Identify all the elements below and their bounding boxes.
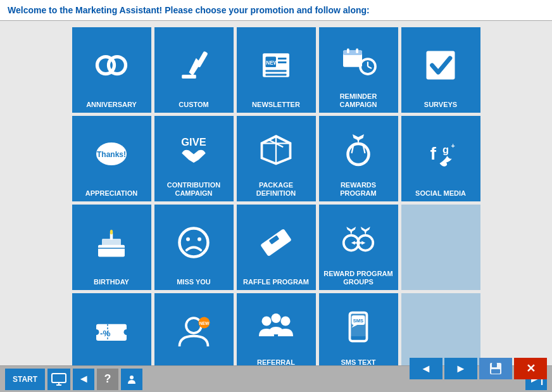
svg-text:NEW: NEW xyxy=(199,320,210,325)
appreciation-icon-area: Thanks! xyxy=(75,121,148,187)
miss-you-icon-area xyxy=(158,210,230,275)
save-icon xyxy=(489,362,503,376)
reward-groups-label: REWARD PROGRAM GROUPS xyxy=(322,270,395,286)
tile-surveys[interactable]: SURVEYS xyxy=(401,27,480,113)
svg-point-40 xyxy=(186,237,190,241)
contribution-label: CONTRIBUTION CAMPAIGN xyxy=(158,181,230,198)
ticket-icon xyxy=(257,224,295,262)
svg-rect-9 xyxy=(278,61,287,63)
news-icon: NEWS xyxy=(257,46,295,84)
tile-anniversary[interactable]: ANNIVERSARY xyxy=(72,27,151,113)
top-nav-bar: ◄ ► ✕ xyxy=(410,358,547,379)
tile-raffle-program[interactable]: RAFFLE PROGRAM xyxy=(237,205,316,290)
header-text: Welcome to the Marketing Assistant! Plea… xyxy=(8,5,370,15)
svg-rect-35 xyxy=(102,239,121,246)
svg-text:+: + xyxy=(451,142,455,149)
svg-text:SMS: SMS xyxy=(353,318,363,324)
tile-reminder-campaign[interactable]: REMINDER CAMPAIGN xyxy=(319,27,398,113)
miss-you-label: MISS YOU xyxy=(177,278,211,286)
back-button[interactable]: ◄ xyxy=(410,358,442,379)
give-icon: GIVE xyxy=(175,130,213,168)
bottom-forward-button[interactable] xyxy=(121,369,142,390)
appreciation-label: APPRECIATION xyxy=(85,189,137,198)
calendar-clock-icon xyxy=(339,42,377,80)
help-button[interactable]: ? xyxy=(97,369,118,390)
reminder-label: REMINDER CAMPAIGN xyxy=(322,92,395,109)
svg-point-60 xyxy=(281,317,291,326)
package-icon-area xyxy=(240,121,313,179)
tile-referral-program[interactable]: REFERRAL PROGRAM xyxy=(237,293,316,365)
main-container: Welcome to the Marketing Assistant! Plea… xyxy=(0,0,552,392)
svg-rect-8 xyxy=(278,58,287,60)
tile-grid: ANNIVERSARY CUSTOM xyxy=(9,27,543,365)
coupon-icon: -% xyxy=(92,312,130,350)
tile-newsletter[interactable]: NEWS NEWSLETTER xyxy=(237,27,316,113)
svg-point-37 xyxy=(110,230,113,235)
svg-rect-4 xyxy=(182,75,196,79)
tile-sms-text-interactive[interactable]: SMS SMS TEXT INTERACTIVE xyxy=(319,293,398,365)
social-icon: f g + xyxy=(422,135,460,173)
svg-point-61 xyxy=(272,313,281,323)
referral-label: REFERRAL PROGRAM xyxy=(240,358,313,365)
svg-rect-14 xyxy=(347,49,349,54)
birthday-icon-area xyxy=(75,210,148,275)
tile-new-member[interactable]: NEW NEW MEMBER xyxy=(154,293,234,365)
svg-text:-%: -% xyxy=(100,328,111,338)
tile-coupon[interactable]: -% COUPON xyxy=(72,293,151,365)
people-icon xyxy=(257,308,295,346)
tile-social-media[interactable]: f g + SOCIAL MEDIA xyxy=(401,116,480,201)
bottom-left-controls: START ◄ ? xyxy=(5,369,142,390)
reminder-icon-area xyxy=(322,32,395,90)
coupon-icon-area: -% xyxy=(75,298,148,364)
tile-custom[interactable]: CUSTOM xyxy=(154,27,234,113)
newsletter-icon-area: NEWS xyxy=(240,32,313,98)
tile-birthday[interactable]: BIRTHDAY xyxy=(72,205,151,290)
tile-empty-1 xyxy=(401,205,480,290)
svg-rect-42 xyxy=(260,229,292,256)
person-icon xyxy=(127,374,137,384)
tile-contribution-campaign[interactable]: GIVE CONTRIBUTION CAMPAIGN xyxy=(154,116,234,201)
svg-text:Thanks!: Thanks! xyxy=(97,149,126,158)
tile-package-definition[interactable]: PACKAGE DEFINITION xyxy=(237,116,316,201)
box-icon xyxy=(257,130,295,168)
forward-button[interactable]: ► xyxy=(444,358,477,379)
close-button[interactable]: ✕ xyxy=(514,358,547,379)
surveys-label: SURVEYS xyxy=(424,101,457,109)
referral-icon-area xyxy=(240,298,313,356)
custom-icon-area xyxy=(158,32,230,98)
svg-text:f: f xyxy=(430,143,437,163)
monitor-icon xyxy=(47,369,70,390)
tile-reward-program-groups[interactable]: REWARD PROGRAM GROUPS xyxy=(319,205,398,290)
tile-miss-you[interactable]: MISS YOU xyxy=(154,205,234,290)
svg-text:GIVE: GIVE xyxy=(181,136,206,148)
svg-point-27 xyxy=(348,144,369,165)
surveys-icon-area xyxy=(405,32,477,98)
checkbox-icon xyxy=(422,46,460,84)
sms-icon-area: SMS xyxy=(322,298,395,356)
thanks-icon: Thanks! xyxy=(92,135,130,173)
svg-point-73 xyxy=(130,376,134,379)
rings-icon xyxy=(92,46,130,84)
header: Welcome to the Marketing Assistant! Plea… xyxy=(0,0,552,21)
svg-rect-34 xyxy=(98,245,125,257)
raffle-icon-area xyxy=(240,210,313,275)
svg-rect-13 xyxy=(343,51,362,56)
start-button[interactable]: START xyxy=(5,369,45,390)
bottom-back-button[interactable]: ◄ xyxy=(73,369,94,390)
contribution-icon-area: GIVE xyxy=(158,121,230,179)
cake-icon xyxy=(92,224,130,262)
sms-label: SMS TEXT INTERACTIVE xyxy=(322,358,395,365)
brush-icon xyxy=(175,46,213,84)
svg-rect-69 xyxy=(491,369,500,374)
tile-empty-2 xyxy=(401,293,480,365)
save-button[interactable] xyxy=(479,358,512,379)
svg-point-1 xyxy=(109,56,126,73)
svg-marker-47 xyxy=(361,227,370,236)
svg-rect-68 xyxy=(492,363,497,367)
svg-line-18 xyxy=(368,66,372,68)
package-label: PACKAGE DEFINITION xyxy=(240,181,313,198)
tile-rewards-program[interactable]: REWARDS PROGRAM xyxy=(319,116,398,201)
medals-icon xyxy=(339,219,377,257)
rewards-label: REWARDS PROGRAM xyxy=(322,181,395,198)
tile-appreciation[interactable]: Thanks! APPRECIATION xyxy=(72,116,151,201)
